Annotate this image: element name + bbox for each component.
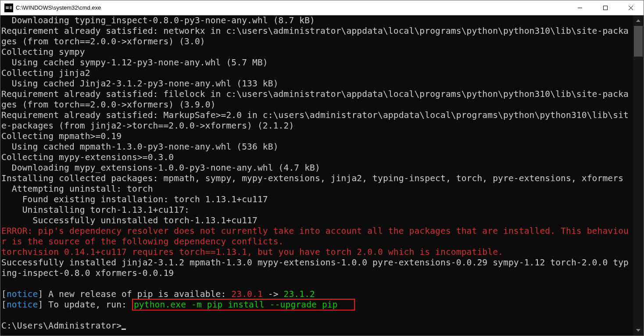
scroll-up-button[interactable] [633, 15, 644, 26]
cursor [122, 329, 126, 330]
bracket: ] [38, 289, 43, 299]
window-buttons [567, 0, 644, 15]
error-line: torchvision 0.14.1+cu117 requires torch=… [1, 247, 503, 257]
notice-label: notice [7, 300, 38, 310]
prompt-text: C:\Users\Administrator> [1, 321, 122, 331]
notice-text: To update, run: [43, 300, 132, 310]
output-line: Using cached Jinja2-3.1.2-py3-none-any.w… [1, 79, 279, 89]
update-command: python.exe -m pip install --upgrade pip [134, 300, 338, 310]
svg-rect-0 [604, 6, 608, 10]
notice-label: notice [7, 289, 38, 299]
annotation-highlight: python.exe -m pip install --upgrade pip [132, 299, 355, 311]
maximize-button[interactable] [593, 0, 618, 15]
output-line: Collecting sympy [1, 47, 85, 57]
output-line: Collecting mpmath>=0.19 [1, 131, 122, 141]
output-line: Successfully uninstalled torch-1.13.1+cu… [1, 215, 258, 225]
output-line: Successfully installed jinja2-3.1.2 mpma… [1, 257, 629, 278]
output-line: Collecting mypy-extensions>=0.3.0 [1, 152, 174, 162]
output-line: Using cached mpmath-1.3.0-py3-none-any.w… [1, 142, 279, 152]
output-line: Using cached sympy-1.12-py3-none-any.whl… [1, 57, 268, 68]
window-title: C:\WINDOWS\system32\cmd.exe [16, 4, 567, 11]
output-line: Found existing installation: torch 1.13.… [1, 194, 268, 204]
vertical-scrollbar[interactable] [633, 15, 644, 336]
close-button[interactable] [618, 0, 644, 15]
cmd-icon [4, 4, 13, 12]
notice-text: A new release of pip is available: [43, 289, 231, 299]
output-line: Attempting uninstall: torch [1, 184, 153, 194]
arrow-text: -> [263, 289, 284, 299]
error-line: ERROR: pip's dependency resolver does no… [1, 226, 629, 247]
output-line: Requirement already satisfied: MarkupSaf… [1, 110, 629, 131]
bracket: [ [1, 289, 7, 299]
output-line: Downloading mypy_extensions-1.0.0-py3-no… [1, 163, 320, 173]
pip-old-version: 23.0.1 [231, 289, 263, 299]
client-area: Downloading typing_inspect-0.8.0-py3-non… [0, 15, 644, 336]
minimize-button[interactable] [567, 0, 593, 15]
output-line: Requirement already satisfied: networkx … [1, 26, 629, 46]
output-line: Uninstalling torch-1.13.1+cu117: [1, 205, 190, 215]
title-bar[interactable]: C:\WINDOWS\system32\cmd.exe [0, 0, 644, 15]
scroll-down-button[interactable] [633, 325, 644, 336]
bracket: ] [38, 300, 43, 310]
terminal-output[interactable]: Downloading typing_inspect-0.8.0-py3-non… [0, 15, 633, 336]
cmd-window: C:\WINDOWS\system32\cmd.exe Downloading … [0, 0, 644, 336]
output-line: Requirement already satisfied: filelock … [1, 89, 629, 110]
output-line: Downloading typing_inspect-0.8.0-py3-non… [1, 15, 315, 25]
scroll-thumb[interactable] [634, 26, 643, 57]
bracket: [ [1, 300, 7, 310]
output-line: Installing collected packages: mpmath, s… [1, 173, 623, 183]
pip-new-version: 23.1.2 [284, 289, 315, 299]
output-line: Collecting jinja2 [1, 68, 90, 78]
